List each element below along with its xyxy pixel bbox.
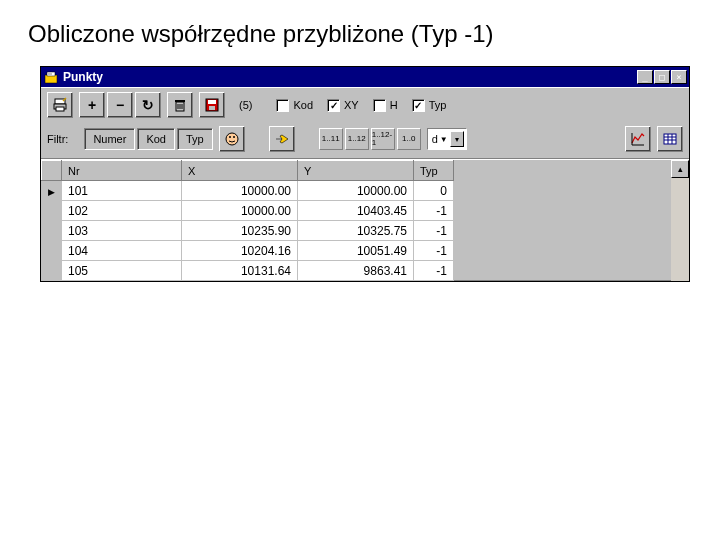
cell-nr[interactable]: 104 [62, 241, 182, 261]
filter-kod-button[interactable]: Kod [137, 128, 175, 150]
toolbar-main: + − ↻ (5) Kod XY H Typ [41, 87, 689, 122]
svg-rect-13 [208, 100, 216, 104]
checkbox-h-label: H [390, 99, 398, 111]
row-indicator [42, 241, 62, 261]
cell-x[interactable]: 10131.64 [182, 261, 298, 281]
cell-typ[interactable]: -1 [414, 201, 454, 221]
svg-rect-14 [209, 106, 215, 110]
table-row[interactable]: 10110000.0010000.000 [42, 181, 454, 201]
checkbox-h-box [373, 99, 386, 112]
table-row[interactable]: 10510131.649863.41-1 [42, 261, 454, 281]
cell-x[interactable]: 10235.90 [182, 221, 298, 241]
table-row[interactable]: 10210000.0010403.45-1 [42, 201, 454, 221]
cell-nr[interactable]: 103 [62, 221, 182, 241]
checkbox-kod[interactable]: Kod [276, 99, 313, 112]
cell-typ[interactable]: -1 [414, 261, 454, 281]
row-indicator [42, 261, 62, 281]
filter-numer-button[interactable]: Numer [84, 128, 135, 150]
svg-point-17 [233, 136, 235, 138]
svg-rect-8 [175, 100, 185, 102]
cell-nr[interactable]: 105 [62, 261, 182, 281]
checkbox-xy-box [327, 99, 340, 112]
checkbox-typ-label: Typ [429, 99, 447, 111]
cell-x[interactable]: 10000.00 [182, 201, 298, 221]
app-icon [43, 69, 59, 85]
titlebar: Punkty _ □ × [41, 67, 689, 87]
row-indicator [42, 201, 62, 221]
cell-x[interactable]: 10000.00 [182, 181, 298, 201]
checkbox-xy-label: XY [344, 99, 359, 111]
table-button[interactable] [657, 126, 683, 152]
combo-d[interactable]: d ▼ ▾ [427, 128, 467, 150]
col-header-blank [42, 161, 62, 181]
cell-nr[interactable]: 102 [62, 201, 182, 221]
table-row[interactable]: 10310235.9010325.75-1 [42, 221, 454, 241]
add-button[interactable]: + [79, 92, 105, 118]
cell-typ[interactable]: -1 [414, 221, 454, 241]
chart-button[interactable] [625, 126, 651, 152]
combo-d-arrow[interactable]: ▾ [450, 131, 464, 147]
page-heading: Obliczone współrzędne przybliżone (Typ -… [0, 0, 720, 66]
cell-y[interactable]: 10403.45 [298, 201, 414, 221]
col-header-typ[interactable]: Typ [414, 161, 454, 181]
maximize-button[interactable]: □ [654, 70, 670, 84]
cell-y[interactable]: 9863.41 [298, 261, 414, 281]
cell-typ[interactable]: 0 [414, 181, 454, 201]
remove-button[interactable]: − [107, 92, 133, 118]
toolbar-filter: Filtr: Numer Kod Typ 1..11 1..12 1..12-1… [41, 122, 689, 159]
filter-hand-button[interactable] [269, 126, 295, 152]
close-button[interactable]: × [671, 70, 687, 84]
decimal-btn-3[interactable]: 1..12-1 [371, 128, 395, 150]
decimal-btn-1[interactable]: 1..11 [319, 128, 343, 150]
decimal-btn-2[interactable]: 1..12 [345, 128, 369, 150]
svg-point-15 [226, 133, 238, 145]
cell-typ[interactable]: -1 [414, 241, 454, 261]
row-indicator [42, 221, 62, 241]
data-grid-wrap: Nr X Y Typ 10110000.0010000.00010210000.… [41, 159, 689, 281]
checkbox-h[interactable]: H [373, 99, 398, 112]
save-button[interactable] [199, 92, 225, 118]
scroll-track[interactable] [671, 178, 689, 281]
filter-label: Filtr: [47, 133, 78, 145]
col-header-x[interactable]: X [182, 161, 298, 181]
delete-button[interactable] [167, 92, 193, 118]
cell-y[interactable]: 10000.00 [298, 181, 414, 201]
svg-rect-6 [56, 107, 64, 111]
data-grid[interactable]: Nr X Y Typ 10110000.0010000.00010210000.… [41, 160, 454, 281]
window-title: Punkty [63, 70, 637, 84]
cell-y[interactable]: 10051.49 [298, 241, 414, 261]
decimal-btn-4[interactable]: 1..0 [397, 128, 421, 150]
col-header-nr[interactable]: Nr [62, 161, 182, 181]
svg-point-16 [229, 136, 231, 138]
svg-rect-20 [664, 134, 676, 144]
combo-d-value: d [432, 133, 438, 145]
checkbox-kod-label: Kod [293, 99, 313, 111]
minimize-button[interactable]: _ [637, 70, 653, 84]
grid-blank-area [454, 160, 671, 281]
filter-face-button[interactable] [219, 126, 245, 152]
print-button[interactable] [47, 92, 73, 118]
cell-x[interactable]: 10204.16 [182, 241, 298, 261]
cell-y[interactable]: 10325.75 [298, 221, 414, 241]
row-indicator [42, 181, 62, 201]
count-label: (5) [231, 99, 260, 111]
checkbox-typ[interactable]: Typ [412, 99, 447, 112]
checkbox-xy[interactable]: XY [327, 99, 359, 112]
punkty-window: Punkty _ □ × + − ↻ (5) Kod XY H Typ F [40, 66, 690, 282]
filter-typ-button[interactable]: Typ [177, 128, 213, 150]
checkbox-typ-box [412, 99, 425, 112]
col-header-y[interactable]: Y [298, 161, 414, 181]
scroll-up-button[interactable]: ▴ [671, 160, 689, 178]
table-row[interactable]: 10410204.1610051.49-1 [42, 241, 454, 261]
checkbox-kod-box [276, 99, 289, 112]
refresh-button[interactable]: ↻ [135, 92, 161, 118]
cell-nr[interactable]: 101 [62, 181, 182, 201]
vertical-scrollbar[interactable]: ▴ [671, 160, 689, 281]
